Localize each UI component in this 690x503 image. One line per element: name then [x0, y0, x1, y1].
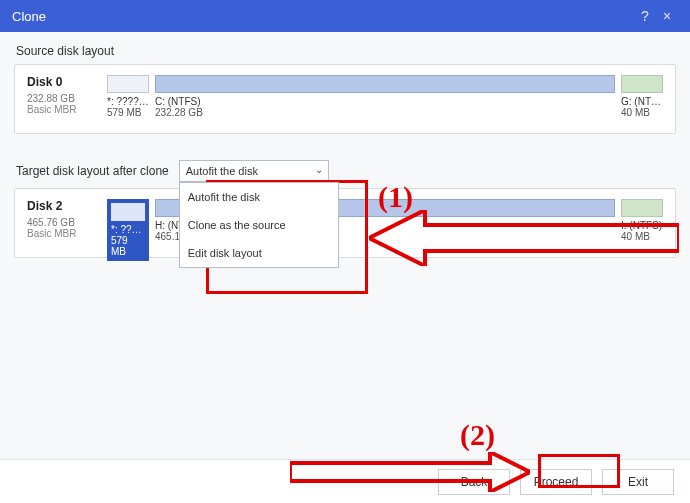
target-disk-size: 465.76 GB — [27, 217, 107, 228]
source-partition-2[interactable]: G: (NTFS) 40 MB — [621, 75, 663, 118]
target-partition-0[interactable]: *: ???? (N... 579 MB — [107, 199, 149, 261]
dropdown-option-edit-layout[interactable]: Edit disk layout — [180, 239, 338, 267]
source-partitions: *: ???? (N... 579 MB C: (NTFS) 232.28 GB… — [107, 75, 663, 123]
target-disk-panel: Disk 2 465.76 GB Basic MBR *: ???? (N...… — [14, 188, 676, 258]
partition-label: *: ???? (N... — [111, 224, 145, 235]
partition-size: 40 MB — [621, 231, 650, 242]
partition-size: 579 MB — [107, 107, 141, 118]
dropdown-option-clone-as-source[interactable]: Clone as the source — [180, 211, 338, 239]
dropdown-option-autofit[interactable]: Autofit the disk — [180, 183, 338, 211]
partition-size: 232.28 GB — [155, 107, 203, 118]
target-disk-name: Disk 2 — [27, 199, 107, 213]
partition-label: *: ???? (N... — [107, 96, 149, 107]
source-disk-info: Disk 0 232.88 GB Basic MBR — [27, 75, 107, 123]
target-disk-type: Basic MBR — [27, 228, 107, 239]
partition-label: I: (NTFS) — [621, 220, 662, 231]
annotation-label-2: (2) — [460, 418, 495, 452]
partition-size: 579 MB — [111, 235, 145, 257]
source-heading: Source disk layout — [0, 32, 690, 64]
back-button[interactable]: Back — [438, 469, 510, 495]
titlebar: Clone ? × — [0, 0, 690, 32]
chevron-down-icon: ⌄ — [315, 164, 323, 175]
source-disk-name: Disk 0 — [27, 75, 107, 89]
window-title: Clone — [12, 9, 46, 24]
layout-mode-dropdown[interactable]: Autofit the disk ⌄ Autofit the disk Clon… — [179, 160, 329, 182]
dropdown-menu: Autofit the disk Clone as the source Edi… — [179, 182, 339, 268]
target-heading: Target disk layout after clone — [16, 164, 169, 178]
footer: Back Proceed Exit — [0, 459, 690, 503]
target-header: Target disk layout after clone Autofit t… — [0, 142, 690, 188]
close-icon[interactable]: × — [656, 8, 678, 24]
dropdown-selected: Autofit the disk — [186, 165, 258, 177]
source-disk-type: Basic MBR — [27, 104, 107, 115]
source-partition-1[interactable]: C: (NTFS) 232.28 GB — [155, 75, 615, 118]
partition-label: C: (NTFS) — [155, 96, 201, 107]
source-disk-panel: Disk 0 232.88 GB Basic MBR *: ???? (N...… — [14, 64, 676, 134]
partition-label: G: (NTFS) — [621, 96, 663, 107]
source-partition-0[interactable]: *: ???? (N... 579 MB — [107, 75, 149, 118]
dropdown-trigger[interactable]: Autofit the disk ⌄ — [179, 160, 329, 182]
target-partition-2[interactable]: I: (NTFS) 40 MB — [621, 199, 663, 242]
exit-button[interactable]: Exit — [602, 469, 674, 495]
help-icon[interactable]: ? — [634, 8, 656, 24]
proceed-button[interactable]: Proceed — [520, 469, 592, 495]
partition-size: 40 MB — [621, 107, 650, 118]
source-disk-size: 232.88 GB — [27, 93, 107, 104]
target-disk-info: Disk 2 465.76 GB Basic MBR — [27, 199, 107, 247]
